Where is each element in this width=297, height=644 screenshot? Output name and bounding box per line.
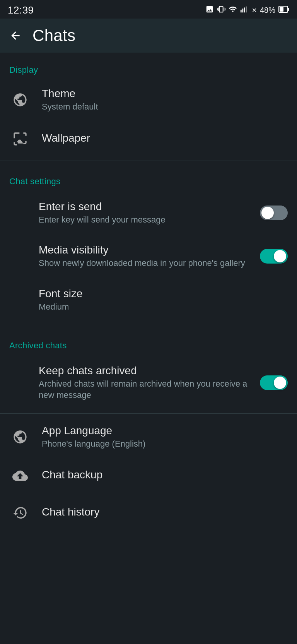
- content: Display Theme System default Wallpaper: [0, 53, 297, 531]
- keep-archived-title: Keep chats archived: [39, 365, 249, 377]
- wallpaper-text: Wallpaper: [42, 132, 288, 146]
- keep-archived-toggle[interactable]: [260, 375, 288, 390]
- backup-icon: [9, 465, 31, 486]
- setting-chat-backup[interactable]: Chat backup: [0, 457, 297, 494]
- header: Chats: [0, 19, 297, 53]
- enter-send-title: Enter is send: [39, 200, 249, 213]
- chat-history-title: Chat history: [42, 506, 288, 518]
- globe-icon: [9, 426, 31, 448]
- no-signal-icon: ✕: [252, 7, 257, 14]
- section-display: Display Theme System default Wallpaper: [0, 53, 297, 158]
- section-chat-settings-label: Chat settings: [0, 164, 297, 191]
- signal-icon: [240, 5, 249, 15]
- svg-rect-1: [242, 9, 243, 12]
- setting-wallpaper[interactable]: Wallpaper: [0, 120, 297, 158]
- theme-icon: [9, 89, 31, 111]
- wifi-icon: [229, 5, 237, 15]
- page-title: Chats: [32, 26, 75, 45]
- svg-rect-6: [288, 8, 289, 11]
- app-language-subtitle: Phone's language (English): [42, 438, 288, 450]
- theme-subtitle: System default: [42, 101, 288, 113]
- chat-backup-title: Chat backup: [42, 469, 288, 481]
- font-size-title: Font size: [39, 288, 288, 300]
- media-visibility-toggle-thumb: [274, 250, 286, 262]
- font-size-subtitle: Medium: [39, 301, 288, 313]
- setting-app-language[interactable]: App Language Phone's language (English): [0, 417, 297, 457]
- svg-rect-2: [244, 7, 245, 12]
- vibrate-icon: [217, 5, 225, 15]
- divider-2: [0, 325, 297, 325]
- media-visibility-toggle[interactable]: [260, 249, 288, 264]
- theme-title: Theme: [42, 87, 288, 100]
- enter-send-text: Enter is send Enter key will send your m…: [39, 200, 249, 226]
- setting-font-size[interactable]: Font size Medium: [0, 278, 297, 322]
- media-visibility-subtitle: Show newly downloaded media in your phon…: [39, 258, 249, 269]
- svg-rect-0: [241, 9, 242, 12]
- section-archived-chats: Archived chats Keep chats archived Archi…: [0, 328, 297, 410]
- chat-backup-text: Chat backup: [42, 469, 288, 483]
- svg-rect-5: [280, 7, 283, 12]
- back-button[interactable]: [8, 28, 23, 43]
- theme-text: Theme System default: [42, 87, 288, 113]
- keep-archived-subtitle: Archived chats will remain archived when…: [39, 379, 249, 401]
- enter-send-toggle-thumb: [261, 207, 274, 219]
- wallpaper-icon: [9, 128, 31, 150]
- divider-3: [0, 413, 297, 414]
- setting-chat-history[interactable]: Chat history: [0, 494, 297, 531]
- keep-archived-control[interactable]: [260, 375, 288, 390]
- wallpaper-title: Wallpaper: [42, 132, 288, 144]
- enter-send-control[interactable]: [260, 206, 288, 220]
- status-bar: 12:39: [0, 0, 297, 19]
- media-visibility-control[interactable]: [260, 249, 288, 264]
- enter-send-toggle[interactable]: [260, 206, 288, 220]
- section-archived-label: Archived chats: [0, 328, 297, 355]
- history-icon: [9, 502, 31, 524]
- enter-send-subtitle: Enter key will send your message: [39, 214, 249, 226]
- svg-rect-3: [246, 6, 247, 12]
- setting-keep-archived[interactable]: Keep chats archived Archived chats will …: [0, 355, 297, 410]
- status-time: 12:39: [8, 4, 34, 16]
- app-language-text: App Language Phone's language (English): [42, 425, 288, 450]
- setting-media-visibility[interactable]: Media visibility Show newly downloaded m…: [0, 235, 297, 278]
- setting-theme[interactable]: Theme System default: [0, 80, 297, 120]
- app-language-title: App Language: [42, 425, 288, 437]
- media-visibility-title: Media visibility: [39, 244, 249, 256]
- chat-history-text: Chat history: [42, 506, 288, 520]
- font-size-text: Font size Medium: [39, 288, 288, 313]
- section-display-label: Display: [0, 53, 297, 80]
- media-icon: [205, 5, 214, 15]
- setting-enter-send[interactable]: Enter is send Enter key will send your m…: [0, 191, 297, 235]
- battery-percent: 48%: [260, 6, 275, 15]
- status-icons: ✕ 48%: [205, 5, 289, 15]
- section-chat-settings: Chat settings Enter is send Enter key wi…: [0, 164, 297, 322]
- keep-archived-toggle-thumb: [274, 377, 286, 389]
- divider-1: [0, 161, 297, 161]
- keep-archived-text: Keep chats archived Archived chats will …: [39, 365, 249, 401]
- media-visibility-text: Media visibility Show newly downloaded m…: [39, 244, 249, 269]
- battery-icon: [278, 5, 289, 15]
